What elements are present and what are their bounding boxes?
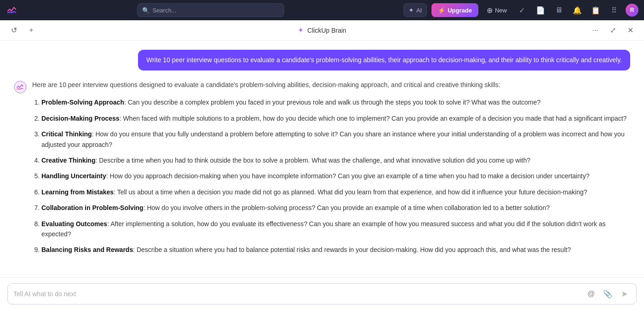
attach-button[interactable]: 📎 — [601, 287, 614, 300]
send-button[interactable]: ➤ — [618, 287, 631, 300]
question-item: Balancing Risks and Rewards: Describe a … — [41, 245, 630, 255]
questions-list: Problem-Solving Approach: Can you descri… — [32, 97, 630, 255]
question-item: Creative Thinking: Describe a time when … — [41, 155, 630, 165]
paperclip-icon: 📎 — [603, 290, 612, 298]
question-item: Handling Uncertainty: How do you approac… — [41, 171, 630, 181]
header-left-controls: ↺ ＋ — [7, 24, 38, 37]
ai-icon: ✦ — [408, 6, 414, 14]
video-icon-btn[interactable]: 🖥 — [552, 3, 566, 17]
question-item: Decision-Making Process: When faced with… — [41, 113, 630, 123]
user-avatar[interactable]: R — [626, 4, 638, 17]
grid-icon-btn[interactable]: ⠿ — [607, 3, 621, 17]
app-logo[interactable] — [6, 4, 18, 17]
upgrade-icon: ⚡ — [438, 7, 445, 14]
upgrade-button[interactable]: ⚡ Upgrade — [431, 3, 478, 17]
search-icon: 🔍 — [142, 7, 150, 14]
close-icon: ✕ — [627, 26, 633, 35]
alarm-icon-btn[interactable]: 🔔 — [570, 3, 584, 17]
header-right-controls: ··· ⤢ ✕ — [589, 24, 637, 37]
question-item: Critical Thinking: How do you ensure tha… — [41, 129, 630, 150]
expand-button[interactable]: ⤢ — [606, 24, 619, 37]
close-button[interactable]: ✕ — [624, 24, 637, 37]
ai-input-box: @ 📎 ➤ — [7, 283, 637, 304]
at-mention-button[interactable]: @ — [585, 287, 598, 300]
ai-response: Here are 10 peer interview questions des… — [14, 80, 630, 261]
ai-intro-text: Here are 10 peer interview questions des… — [32, 80, 630, 90]
more-options-button[interactable]: ··· — [589, 24, 602, 37]
history-icon: ↺ — [11, 26, 17, 35]
notes-icon-btn[interactable]: 📋 — [589, 3, 603, 17]
ai-button[interactable]: ✦ AI — [403, 3, 427, 17]
add-icon: ＋ — [28, 25, 35, 35]
add-tab-button[interactable]: ＋ — [25, 24, 38, 37]
checkmark-icon-btn[interactable]: ✓ — [515, 3, 529, 17]
search-input[interactable] — [152, 7, 279, 14]
top-navigation: 🔍 ✦ AI ⚡ Upgrade ⊕ New ✓ 📄 🖥 🔔 📋 ⠿ R — [0, 0, 644, 20]
ai-avatar-icon — [14, 81, 27, 94]
user-message-bubble: Write 10 peer interview questions to eva… — [138, 50, 630, 70]
at-icon: @ — [587, 290, 595, 298]
main-content-area: Write 10 peer interview questions to eva… — [0, 41, 644, 310]
expand-icon: ⤢ — [610, 26, 616, 35]
ai-response-content: Here are 10 peer interview questions des… — [32, 80, 630, 261]
brain-logo-icon: ✦ — [298, 26, 304, 35]
brain-title-area: ✦ ClickUp Brain — [298, 26, 346, 35]
search-bar[interactable]: 🔍 — [137, 3, 284, 17]
question-item: Problem-Solving Approach: Can you descri… — [41, 97, 630, 107]
brain-title: ClickUp Brain — [307, 27, 346, 34]
ai-input[interactable] — [13, 290, 581, 298]
question-item: Collaboration in Problem-Solving: How do… — [41, 203, 630, 213]
plus-circle-icon: ⊕ — [487, 6, 493, 15]
send-icon: ➤ — [621, 289, 628, 299]
more-icon: ··· — [592, 26, 598, 35]
document-icon-btn[interactable]: 📄 — [534, 3, 547, 17]
chat-area: Write 10 peer interview questions to eva… — [0, 41, 644, 277]
history-button[interactable]: ↺ — [7, 24, 20, 37]
question-item: Evaluating Outcomes: After implementing … — [41, 219, 630, 240]
brain-panel-header: ↺ ＋ ✦ ClickUp Brain ··· ⤢ ✕ — [0, 20, 644, 41]
input-area: @ 📎 ➤ — [0, 277, 644, 310]
new-button[interactable]: ⊕ New — [483, 4, 511, 17]
question-item: Learning from Mistakes: Tell us about a … — [41, 187, 630, 197]
